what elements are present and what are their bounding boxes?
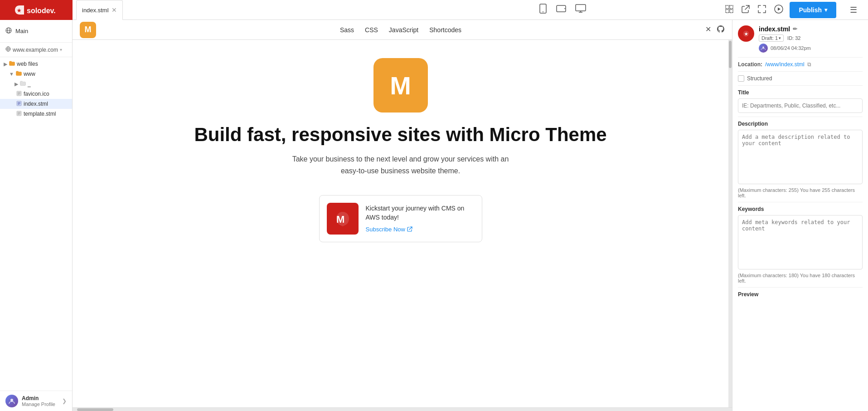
svg-text:M: M [336, 214, 344, 225]
www-label: www [24, 71, 35, 77]
promo-title: Kickstart your journey with CMS on AWS t… [366, 204, 475, 222]
folder-arrow-www-icon: ▼ [9, 71, 14, 77]
desktop-view-button[interactable] [573, 2, 588, 17]
tabs-area: index.stml ✕ [73, 0, 402, 20]
preview-social-icons: ✕ [705, 25, 725, 35]
template-stml-label: template.stml [24, 111, 56, 117]
solodev-logo: ★ solodev. [11, 2, 61, 18]
hero-title: Build fast, responsive sites with Micro … [194, 123, 606, 146]
external-link-button[interactable] [740, 3, 752, 17]
svg-rect-9 [726, 5, 729, 9]
github-icon[interactable] [717, 25, 725, 35]
scrollbar-thumb[interactable] [729, 41, 732, 68]
mobile-view-button[interactable] [537, 2, 549, 18]
play-button[interactable] [772, 3, 785, 17]
webfiles-label: web files [17, 61, 38, 67]
draft-chevron-icon: ▾ [779, 36, 781, 40]
preview-section-label: Preview [738, 291, 863, 298]
user-avatar [5, 395, 18, 407]
nav-item-css[interactable]: CSS [365, 26, 378, 34]
doc-logo-icon: ★ [738, 25, 754, 42]
keywords-char-count: (Maximum characters: 180) You have 180 c… [738, 273, 863, 284]
sidebar-nav: Main [0, 20, 72, 43]
horizontal-scrollbar-thumb[interactable] [77, 408, 113, 411]
fullscreen-button[interactable] [756, 3, 768, 17]
id-badge: ID: 32 [787, 35, 800, 41]
svg-text:★: ★ [744, 32, 748, 36]
doc-meta: Draft: 1 ▾ ID: 32 [759, 34, 863, 42]
promo-link-label: Subscribe Now [366, 226, 405, 233]
preview-toolbar: M Sass CSS JavaScript Shortcodes ✕ [73, 20, 732, 40]
structured-label: Structured [747, 75, 772, 82]
tab-index-stml[interactable]: index.stml ✕ [76, 0, 123, 20]
description-textarea[interactable] [738, 130, 863, 184]
svg-point-5 [564, 8, 565, 9]
publish-chevron-icon: ▾ [824, 7, 827, 13]
doc-date-row: 08/06/24 04:32pm [759, 44, 863, 53]
publish-button[interactable]: Publish ▾ [790, 2, 836, 18]
doc-user-avatar [759, 44, 768, 53]
preview-site-logo: M [80, 22, 96, 38]
location-row: Location: /www/index.stml ⧉ [738, 58, 863, 72]
folder-icon-underscore [20, 81, 26, 87]
logo-area: ★ solodev. [0, 0, 73, 20]
edit-filename-icon[interactable]: ✏ [793, 26, 797, 32]
svg-text:★: ★ [17, 8, 22, 13]
domain-label: www.example.com [13, 47, 58, 53]
file-icon-template [16, 111, 22, 117]
keywords-section: Keywords (Maximum characters: 180) You h… [738, 202, 863, 288]
structured-checkbox[interactable] [738, 75, 744, 82]
sidebar: Main www.example.com ▾ ▶ web files ▼ [0, 20, 73, 411]
location-label: Location: [738, 61, 762, 68]
promo-subscribe-link[interactable]: Subscribe Now [366, 226, 475, 233]
doc-title-area: index.stml ✏ Draft: 1 ▾ ID: 32 [759, 25, 863, 53]
sidebar-footer[interactable]: Admin Manage Profile ❯ [0, 391, 72, 411]
svg-point-32 [10, 399, 13, 401]
menu-button[interactable]: ☰ [844, 3, 863, 17]
globe-small-icon [5, 46, 11, 53]
micro-logo-letter: M [390, 71, 411, 100]
micro-theme-logo: M [373, 58, 428, 113]
user-role: Manage Profile [22, 401, 58, 407]
nav-item-javascript[interactable]: JavaScript [389, 26, 418, 34]
preview-logo-letter: M [85, 25, 92, 34]
nav-item-shortcodes[interactable]: Shortcodes [429, 26, 461, 34]
file-tree: ▶ web files ▼ www ▶ _ [0, 57, 72, 391]
tree-item-webfiles[interactable]: ▶ web files [0, 59, 72, 69]
copy-location-button[interactable]: ⧉ [807, 61, 811, 68]
sidebar-item-main[interactable]: Main [0, 24, 72, 39]
globe-icon [5, 27, 12, 35]
tablet-view-button[interactable] [554, 3, 568, 17]
folder-icon-webfiles [9, 61, 15, 67]
tree-item-favicon[interactable]: favicon.ico [0, 89, 72, 99]
keywords-label: Keywords [738, 206, 863, 212]
title-input[interactable] [738, 98, 863, 113]
tree-item-www[interactable]: ▼ www [0, 69, 72, 79]
publish-label: Publish [799, 6, 822, 14]
vertical-scrollbar[interactable] [728, 40, 732, 407]
horizontal-scrollbar[interactable] [73, 407, 732, 411]
preview-area: M Sass CSS JavaScript Shortcodes ✕ M [73, 20, 732, 411]
doc-header: ★ index.stml ✏ Draft: 1 ▾ ID: 32 [738, 25, 863, 58]
tree-item-index-stml[interactable]: index.stml [0, 99, 72, 109]
footer-chevron-icon: ❯ [62, 398, 67, 404]
tab-close-button[interactable]: ✕ [112, 6, 117, 14]
tree-item-underscore[interactable]: ▶ _ [0, 79, 72, 89]
preview-section: Preview [738, 288, 863, 304]
domain-chevron-icon: ▾ [60, 47, 62, 52]
folder-arrow-icon: ▶ [4, 61, 7, 67]
nav-item-sass[interactable]: Sass [340, 26, 354, 34]
doc-filename-text: index.stml [759, 25, 790, 33]
top-bar: ★ solodev. index.stml ✕ [0, 0, 868, 20]
location-path: /www/index.stml [765, 61, 805, 68]
select-tool-button[interactable] [723, 3, 735, 17]
main-layout: Main www.example.com ▾ ▶ web files ▼ [0, 20, 868, 411]
folder-icon-www [16, 71, 22, 77]
device-switcher [402, 2, 723, 18]
twitter-icon[interactable]: ✕ [705, 25, 711, 35]
keywords-textarea[interactable] [738, 215, 863, 269]
index-stml-label: index.stml [24, 101, 48, 107]
domain-row[interactable]: www.example.com ▾ [0, 43, 72, 57]
file-icon-index [16, 101, 22, 107]
tree-item-template-stml[interactable]: template.stml [0, 109, 72, 119]
